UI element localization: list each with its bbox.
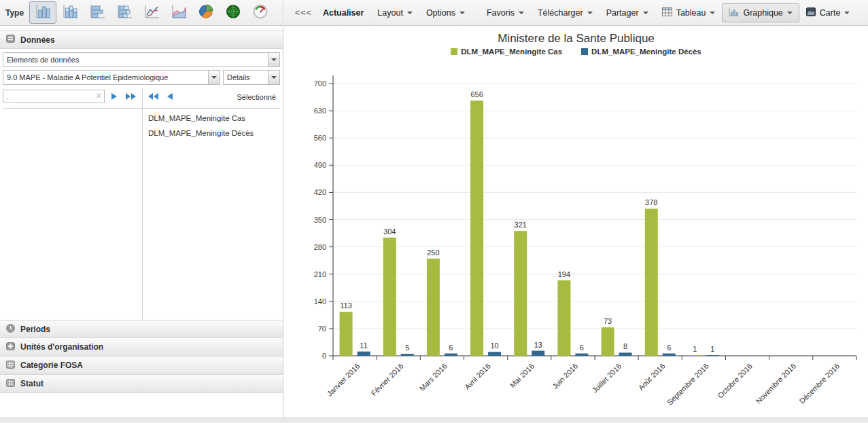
bar-value-label: 321 <box>515 221 527 229</box>
favorites-menu[interactable]: Favoris <box>480 4 531 22</box>
accordion-statut[interactable]: Statut <box>0 375 283 393</box>
map-view-menu[interactable]: Carte <box>799 3 857 22</box>
chart-type-stacked-column-button[interactable] <box>56 1 84 24</box>
accordion-org-units[interactable]: Unités d'organisation <box>0 338 283 356</box>
bar[interactable] <box>445 354 457 356</box>
data-panel-body: Elements de données 9.0 MAPE - Maladie A… <box>0 49 283 320</box>
x-category-label: Août 2016 <box>637 362 667 392</box>
y-tick-label: 420 <box>314 188 326 196</box>
move-selected-right-button[interactable] <box>107 89 122 104</box>
x-category-label: Mai 2016 <box>508 362 536 389</box>
item-lists: DLM_MAPE_Meningite CasDLM_MAPE_Meningite… <box>3 109 280 320</box>
bar[interactable] <box>706 355 719 356</box>
bar[interactable] <box>383 238 396 356</box>
select-dropdown-button[interactable] <box>268 53 279 67</box>
select-dropdown-button[interactable] <box>268 71 279 84</box>
bar[interactable] <box>557 280 570 356</box>
selected-data-element[interactable]: DLM_MAPE_Meningite Cas <box>143 111 280 126</box>
bar[interactable] <box>401 354 414 356</box>
bar-value-label: 250 <box>427 249 439 257</box>
list-toolbar: ✕ Sélectionné <box>3 88 280 109</box>
x-category-label: Juin 2016 <box>551 362 579 390</box>
layout-menu[interactable]: Layout <box>370 4 419 22</box>
chevron-down-icon <box>211 76 217 79</box>
clear-search-icon[interactable]: ✕ <box>96 92 102 100</box>
move-all-left-button[interactable] <box>145 89 160 104</box>
search-field-wrap: ✕ <box>3 90 105 103</box>
chart-type-stacked-bar-button[interactable] <box>111 1 138 24</box>
data-element-group-select[interactable]: 9.0 MAPE - Maladie A Potentiel Epidemiol… <box>3 70 220 85</box>
selected-list-header: Sélectionné <box>237 92 277 101</box>
chart-type-column-button[interactable] <box>29 1 56 24</box>
bar[interactable] <box>427 259 440 356</box>
bar[interactable] <box>488 352 501 356</box>
bar-value-label: 656 <box>470 90 483 98</box>
chart-type-toolbar: Type <box>0 0 283 26</box>
bar[interactable] <box>340 312 353 356</box>
grid-icon <box>6 379 15 389</box>
download-menu[interactable]: Télécharger <box>531 4 600 22</box>
bar-value-label: 378 <box>645 198 657 206</box>
chart-type-area-button[interactable] <box>165 1 192 24</box>
y-tick-label: 630 <box>314 107 326 115</box>
accordion-data-header[interactable]: Données <box>0 31 283 49</box>
sidebar: Données Elements de données 9.0 MAPE - M… <box>0 26 283 418</box>
selected-data-element[interactable]: DLM_MAPE_Meningite Décès <box>143 126 280 141</box>
x-category-label: Février 2016 <box>370 362 405 397</box>
bar-chart-icon <box>88 3 106 22</box>
select-dropdown-button[interactable] <box>208 71 220 84</box>
chart-type-pie-button[interactable] <box>192 1 220 24</box>
about-menu[interactable]: A propos <box>865 4 868 22</box>
chart-panel: Ministere de la Sante Publique DLM_MAPE_… <box>284 26 868 418</box>
options-menu[interactable]: Options <box>419 4 472 22</box>
table-view-menu[interactable]: Tableau <box>655 3 723 22</box>
accordion-periods[interactable]: Periods <box>0 320 283 338</box>
map-icon <box>806 7 816 18</box>
bar[interactable] <box>470 100 483 356</box>
y-tick-label: 140 <box>314 297 326 306</box>
move-all-right-button[interactable] <box>124 89 139 104</box>
bar[interactable] <box>645 208 658 356</box>
share-menu[interactable]: Partager <box>600 4 655 22</box>
chevron-down-icon <box>643 12 648 14</box>
bar[interactable] <box>663 354 676 356</box>
table-icon <box>662 7 672 18</box>
bar[interactable] <box>575 354 588 356</box>
chevron-down-icon <box>787 12 793 14</box>
collapse-panel-button[interactable]: <<< <box>291 5 316 21</box>
accordion-categorie-fosa[interactable]: Categorie FOSA <box>0 356 283 375</box>
chart-type-radar-button[interactable] <box>220 1 247 24</box>
chevron-down-icon <box>459 12 465 14</box>
bar[interactable] <box>619 352 632 356</box>
area-chart-icon <box>170 3 188 22</box>
chart-type-line-button[interactable] <box>138 1 165 24</box>
data-icon <box>6 35 15 45</box>
type-label: Type <box>5 8 24 18</box>
details-select[interactable]: Détails <box>223 70 280 85</box>
bar-value-label: 6 <box>449 344 453 352</box>
chevron-down-icon <box>710 12 715 14</box>
chevron-down-icon <box>271 58 277 61</box>
clock-icon <box>6 324 15 335</box>
search-input[interactable] <box>3 90 105 103</box>
bar[interactable] <box>689 355 701 356</box>
move-selected-left-button[interactable] <box>162 89 177 104</box>
chevron-down-icon <box>519 12 524 14</box>
data-type-select[interactable]: Elements de données <box>3 52 280 67</box>
radar-chart-icon <box>224 3 242 22</box>
update-button[interactable]: Actualiser <box>316 4 370 22</box>
chart-type-bar-button[interactable] <box>84 1 111 24</box>
bar[interactable] <box>602 327 614 356</box>
chart-view-menu[interactable]: Graphique <box>722 3 799 22</box>
bar[interactable] <box>358 352 370 356</box>
bar[interactable] <box>532 351 544 356</box>
bar[interactable] <box>514 231 527 356</box>
chevron-down-icon <box>271 76 277 79</box>
x-category-label: Septembre 2016 <box>665 362 710 407</box>
plus-icon <box>6 342 15 352</box>
bar-value-label: 194 <box>558 270 570 278</box>
chart-type-gauge-button[interactable] <box>247 1 274 24</box>
available-items-list[interactable] <box>3 109 143 320</box>
x-category-label: Novembre 2016 <box>754 362 797 405</box>
y-tick-label: 0 <box>322 352 326 360</box>
